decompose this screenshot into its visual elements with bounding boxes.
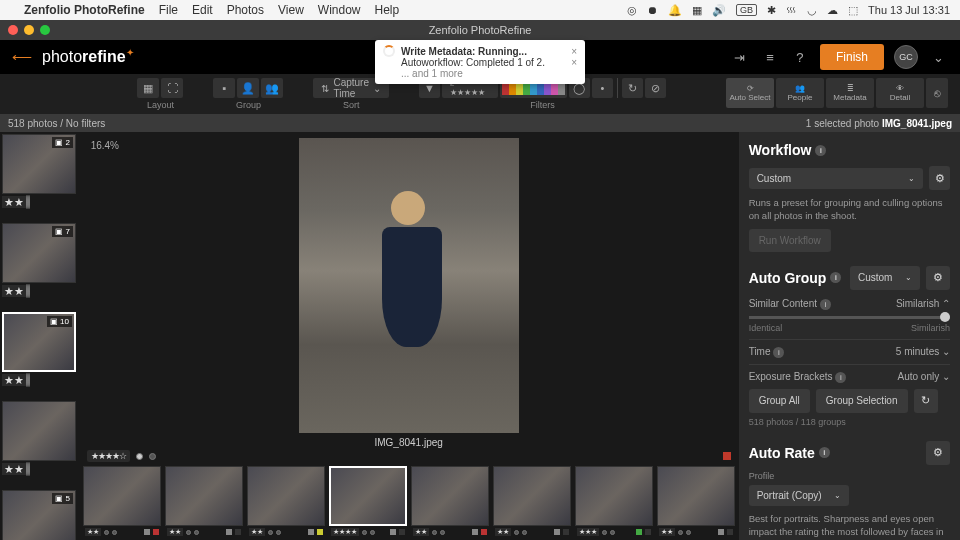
right-panel: Workflowi Custom⌄ ⚙ Runs a preset for gr… bbox=[739, 132, 960, 540]
close-icon[interactable]: × bbox=[571, 46, 577, 57]
group-summary: 518 photos / 118 groups bbox=[749, 417, 950, 427]
menu-help[interactable]: Help bbox=[375, 3, 400, 17]
finish-button[interactable]: Finish bbox=[820, 44, 884, 70]
bottom-thumb[interactable]: ★★ bbox=[657, 466, 735, 538]
group-group: ▪ 👤 👥 Group bbox=[213, 78, 283, 110]
photo-count: 518 photos / No filters bbox=[8, 118, 105, 129]
notification-line1: Write Metadata: Running... bbox=[401, 46, 527, 57]
menu-window[interactable]: Window bbox=[318, 3, 361, 17]
close-icon[interactable]: × bbox=[571, 57, 577, 68]
bottom-thumb[interactable]: ★★ bbox=[83, 466, 161, 538]
battery-icon[interactable]: ◡ bbox=[807, 4, 817, 17]
avatar[interactable]: GC bbox=[894, 45, 918, 69]
status-icon[interactable]: 🔔 bbox=[668, 4, 682, 17]
bottom-thumb[interactable]: ★★ bbox=[165, 466, 243, 538]
help-icon[interactable]: ? bbox=[790, 47, 810, 67]
dot-toggle[interactable] bbox=[136, 453, 143, 460]
menu-photos[interactable]: Photos bbox=[227, 3, 264, 17]
dot-filter-icon[interactable]: • bbox=[592, 78, 613, 98]
center-view: 16.4% IMG_8041.jpeg ★★★★☆ ★★★★★★★★★★★★★★… bbox=[79, 132, 739, 540]
workflow-preset-dropdown[interactable]: Custom⌄ bbox=[749, 168, 924, 189]
group-selection-button[interactable]: Group Selection bbox=[816, 389, 908, 413]
similar-content-row[interactable]: Similar Content i Similarish ⌃ bbox=[749, 298, 950, 310]
sort-label: Sort bbox=[343, 100, 360, 110]
disable-icon[interactable]: ⊘ bbox=[645, 78, 666, 98]
menubar-app-name[interactable]: Zenfolio PhotoRefine bbox=[24, 3, 145, 17]
tabs-group: ⟳Auto Select 👥People ≣Metadata 👁Detail ⎋ bbox=[726, 78, 948, 108]
auto-rate-desc: Best for portraits. Sharpness and eyes o… bbox=[749, 512, 950, 540]
bottom-thumb[interactable]: ★★ bbox=[247, 466, 325, 538]
left-thumb[interactable]: ▣ 10 bbox=[2, 312, 76, 372]
window-minimize-icon[interactable] bbox=[24, 25, 34, 35]
menu-file[interactable]: File bbox=[159, 3, 178, 17]
viewer-area: 16.4% IMG_8041.jpeg bbox=[79, 132, 739, 448]
left-filmstrip[interactable]: ▣ 2★★▣ 7★★▣ 10★★★★▣ 5★★ bbox=[0, 132, 79, 540]
left-thumb[interactable] bbox=[2, 401, 76, 461]
status-icon[interactable]: ◎ bbox=[627, 4, 637, 17]
time-row[interactable]: Time i 5 minutes ⌄ bbox=[749, 339, 950, 358]
control-center-icon[interactable]: ⬚ bbox=[848, 4, 858, 17]
gear-icon[interactable]: ⚙ bbox=[926, 441, 950, 465]
autogroup-preset-dropdown[interactable]: Custom⌄ bbox=[850, 266, 920, 290]
group-people-icon[interactable]: 👥 bbox=[261, 78, 283, 98]
tab-metadata[interactable]: ≣Metadata bbox=[826, 78, 874, 108]
bottom-thumb[interactable]: ★★ bbox=[493, 466, 571, 538]
left-thumb[interactable]: ▣ 7 bbox=[2, 223, 76, 283]
refresh-icon[interactable]: ↻ bbox=[914, 389, 938, 413]
flag-icon[interactable] bbox=[723, 452, 731, 460]
window-zoom-icon[interactable] bbox=[40, 25, 50, 35]
dot-toggle[interactable] bbox=[149, 453, 156, 460]
weather-icon[interactable]: ☁ bbox=[827, 4, 838, 17]
gear-icon[interactable]: ⚙ bbox=[929, 166, 950, 190]
auto-rate-section: Auto Ratei ⚙ Profile Portrait (Copy)⌄ Be… bbox=[749, 441, 950, 540]
window-close-icon[interactable] bbox=[8, 25, 18, 35]
export-icon[interactable]: ⇥ bbox=[730, 47, 750, 67]
bottom-thumb[interactable]: ★★★★ bbox=[329, 466, 407, 538]
run-workflow-button[interactable]: Run Workflow bbox=[749, 229, 831, 252]
bottom-thumb[interactable]: ★★★ bbox=[575, 466, 653, 538]
menu-view[interactable]: View bbox=[278, 3, 304, 17]
info-icon[interactable]: i bbox=[830, 272, 841, 283]
chevron-down-icon[interactable]: ⌄ bbox=[928, 47, 948, 67]
grid-view-icon[interactable]: ▦ bbox=[137, 78, 159, 98]
tab-auto-select[interactable]: ⟳Auto Select bbox=[726, 78, 774, 108]
status-bar: 518 photos / No filters 1 selected photo… bbox=[0, 114, 960, 132]
refresh-icon[interactable]: ↻ bbox=[622, 78, 643, 98]
menu-edit[interactable]: Edit bbox=[192, 3, 213, 17]
tab-people[interactable]: 👥People bbox=[776, 78, 824, 108]
info-icon[interactable]: i bbox=[815, 145, 826, 156]
status-icon[interactable]: 🔊 bbox=[712, 4, 726, 17]
info-icon: i bbox=[773, 347, 784, 358]
profile-dropdown[interactable]: Portrait (Copy)⌄ bbox=[749, 485, 849, 506]
tab-detail[interactable]: 👁Detail bbox=[876, 78, 924, 108]
bottom-filmstrip[interactable]: ★★★★★★★★★★★★★★★★★★★ bbox=[79, 464, 739, 540]
bottom-thumb[interactable]: ★★ bbox=[411, 466, 489, 538]
input-source-icon[interactable]: GB bbox=[736, 4, 757, 16]
left-thumb[interactable]: ▣ 5 bbox=[2, 490, 76, 540]
star-rating[interactable]: ★★★★☆ bbox=[87, 450, 130, 462]
back-arrow-icon[interactable]: ⟵ bbox=[12, 49, 32, 65]
similar-slider[interactable] bbox=[749, 316, 950, 319]
slider-icon[interactable]: ≡ bbox=[760, 47, 780, 67]
logo-star-icon: ✦ bbox=[126, 47, 134, 58]
group-person-icon[interactable]: 👤 bbox=[237, 78, 259, 98]
rating-bar: ★★★★☆ bbox=[79, 448, 739, 464]
status-icon[interactable]: ▦ bbox=[692, 4, 702, 17]
menubar-datetime[interactable]: Thu 13 Jul 13:31 bbox=[868, 4, 950, 16]
spinner-icon bbox=[383, 45, 395, 57]
info-icon: i bbox=[835, 372, 846, 383]
gear-icon[interactable]: ⚙ bbox=[926, 266, 950, 290]
workflow-desc: Runs a preset for grouping and culling o… bbox=[749, 196, 950, 223]
left-thumb[interactable]: ▣ 2 bbox=[2, 134, 76, 194]
tab-export-icon[interactable]: ⎋ bbox=[926, 78, 948, 108]
fullscreen-icon[interactable]: ⛶ bbox=[161, 78, 183, 98]
wifi-icon[interactable]: ᯾ bbox=[786, 4, 797, 16]
exposure-row[interactable]: Exposure Brackets i Auto only ⌄ bbox=[749, 364, 950, 383]
bluetooth-icon[interactable]: ✱ bbox=[767, 4, 776, 17]
group-single-icon[interactable]: ▪ bbox=[213, 78, 235, 98]
main-image[interactable] bbox=[299, 138, 519, 433]
layout-group: ▦ ⛶ Layout bbox=[137, 78, 183, 110]
info-icon[interactable]: i bbox=[819, 447, 830, 458]
status-icon[interactable]: ⏺ bbox=[647, 4, 658, 16]
group-all-button[interactable]: Group All bbox=[749, 389, 810, 413]
